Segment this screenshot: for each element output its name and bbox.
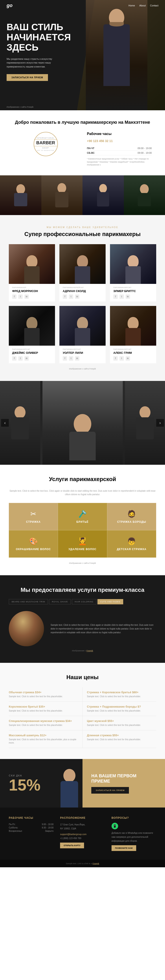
instagram-icon[interactable]: in [75,356,79,361]
instagram-icon[interactable]: in [126,294,130,299]
kids-icon: 👦 [112,537,152,546]
phone-number[interactable]: +90 123 456 32 11 [87,139,152,143]
premium-image-note: Изображение с Freepik [9,649,156,652]
footer-map-button[interactable]: ОТКРЫТЬ КАРТУ [60,843,84,848]
barber-photo-5 [60,306,105,346]
service-card-shave[interactable]: 🪒 Бритьё [58,503,107,530]
discount-cta-button[interactable]: ЗАПИСАТЬСЯ НА ПРИЕМ [91,787,129,794]
hero-cta-button[interactable]: ЗАПИСАТЬСЯ НА ПРИЕМ [6,74,48,81]
footer-hours-title: Рабочие часы [9,816,53,819]
barber-info-5: ПАРИКМАХЕРСАТ УОЛТЕР ЛИЛИ f t in [60,346,105,363]
tab-hair-coloring[interactable]: HAIR COLORING [72,599,96,605]
hero-title: ВАШ СТИЛЬ НАЧИНАЕТСЯ ЗДЕСЬ [6,22,82,53]
barber-social-2: f t in [63,294,102,299]
carousel-section: ‹ › [0,381,165,465]
premium-description: Sample text. Click to select the text bo… [50,623,156,634]
barber-card: ПАРИКМАХЕРСАТ ДЖЕЙМС ОЛИВЕР f t in [9,306,55,363]
tab-cuts-fades[interactable]: CUTS AND FADES [97,599,123,605]
footer-call-button[interactable]: ПОЗВОНИТЕ НАМ [112,845,136,851]
footer-hours-row-1: Пн-Пт: 9:00 - 18:00 [9,823,53,826]
nav-logo[interactable]: go [6,3,13,8]
hours-row: СБ-ВС 09:00 - 19:00 [87,151,152,155]
service-name-6: Детская стрижка [112,548,152,551]
footer-contact-text: Добавьте нас в WhatsApp или позвоните на… [112,831,156,843]
discount-percent: 15% [9,778,41,792]
premium-content: Sample text. Click to select the text bo… [9,611,156,646]
whatsapp-icon[interactable]: 📱 [112,823,118,829]
carousel-prev-button[interactable]: ‹ [1,419,9,426]
facebook-icon[interactable]: f [113,356,118,361]
hours-container: Рабочие часы +90 123 456 32 11 ПН-ЧТ 09:… [87,132,152,167]
discount-man-image [56,759,82,808]
footer-location: Расположение 17 Gran Cynt, Нью-Йорк, NY … [60,816,105,851]
prices-section: Наши цены Обычная стрижка $34+ Sample te… [0,663,165,759]
gallery-image-2 [41,175,83,215]
instagram-icon[interactable]: in [24,356,29,361]
footer-phone: +1 (800) 123 456 789 [60,837,105,840]
twitter-icon[interactable]: t [18,294,23,299]
tab-beard-mustache[interactable]: BEARD AND MUSTACHE TRIM [9,599,48,605]
instagram-icon[interactable]: in [24,294,29,299]
price-item-1: Обычная стрижка $34+ Sample text. Click … [9,687,82,702]
discount-left: СКИ ДКА 15% [0,759,82,808]
barber-info-4: ПАРИКМАХЕРСАТ ДЖЕЙМС ОЛИВЕР f t in [9,346,55,363]
barber-card: ПАРИКМАХЕРСАТ АЛЕКС ГРИМ f t in [110,306,156,363]
service-card-color[interactable]: 🎨 Окрашивание волос [9,530,58,558]
hours-title: Рабочие часы [87,132,152,136]
facebook-icon[interactable]: f [12,294,17,299]
nav-contact[interactable]: Contact [150,4,159,7]
carousel-inner [0,381,165,465]
facebook-icon[interactable]: f [113,294,118,299]
hours-note: * Ежемесячные предложения услуг * Гибкие… [87,158,152,167]
facebook-icon[interactable]: f [63,294,67,299]
discount-section: СКИ ДКА 15% НА ВАШЕМ ПЕРВОМ ПРИЕМЕ ЗАПИС… [0,759,165,808]
barber-photo-4 [9,306,55,346]
twitter-icon[interactable]: t [18,356,23,361]
barber-logo: INTERNATIONAL BARBER SHOP EST. BY MANHAT… [34,132,58,156]
barber-card: ПАРИКМАХЕРСАТ УОЛТЕР ЛИЛИ f t in [60,306,105,363]
price-name-1: Обычная стрижка $34+ [9,690,78,694]
instagram-icon[interactable]: in [126,356,130,361]
barber-silhouette [126,317,141,346]
premium-title: Мы предоставляем услуги премиум-класса [9,586,156,594]
nav-home[interactable]: Home [129,4,135,7]
service-card-removal[interactable]: 💆 Удаление волос [58,530,107,558]
hero-image-label: Изображение с сайта Freepik [6,106,33,108]
hours-table: ПН-ЧТ 09:00 - 19:00 СБ-ВС 09:00 - 19:00 [87,146,152,155]
tab-royal-shave[interactable]: ROYAL SHAVE [49,599,71,605]
nav-about[interactable]: About [139,4,146,7]
carousel-next-button[interactable]: › [156,419,164,426]
barber-silhouette [75,255,90,284]
color-icon: 🎨 [13,537,53,546]
razor-icon: 🪒 [63,510,102,518]
service-card-kids[interactable]: 👦 Детская стрижка [107,530,156,558]
footer-contact-title: Вопросы? [112,816,156,819]
barber-logo-container: INTERNATIONAL BARBER SHOP EST. BY MANHAT… [13,132,78,156]
footer-hours-table: Пн-Пт: 9:00 - 18:00 Суббота: 9:30 - 18:0… [9,823,53,833]
prices-grid: Обычная стрижка $34+ Sample text. Click … [9,687,156,748]
premium-avatar [9,611,44,646]
gallery-image-4 [124,175,165,215]
beard-icon: 🧔 [112,510,152,518]
twitter-icon[interactable]: t [69,356,73,361]
barbers-image-note: Изображение с сайта Freepik [9,368,156,370]
barber-info-3: ПАРИКМАХЕРСАТ ЭЛМЕР БРИТТС f t in [110,284,156,302]
logo-tagline: EST. BY MANHATTAN [37,150,54,151]
barber-card: ПАРИКМАХЕРСАТ ЭЛМЕР БРИТТС f t in [110,244,156,302]
service-card-beard[interactable]: 🧔 Стрижка бороды [107,503,156,530]
twitter-icon[interactable]: t [119,356,124,361]
barber-info-6: ПАРИКМАХЕРСАТ АЛЕКС ГРИМ f t in [110,346,156,363]
twitter-icon[interactable]: t [119,294,124,299]
price-name-8: Длинная стрижка $55+ [87,733,152,737]
barbers-section-label: МЫ МОЖЕМ СДЕЛАТЬ ВАШЕ УДИВИТЕЛЬНОЕ [9,226,156,229]
barber-social-3: f t in [113,294,153,299]
instagram-icon[interactable]: in [75,294,79,299]
service-card-haircut[interactable]: ✂ Стрижка [9,503,58,530]
gallery-image-1 [0,175,41,215]
premium-avatar-inner [9,611,44,646]
service-name-2: Бритьё [63,520,102,523]
twitter-icon[interactable]: t [69,294,73,299]
facebook-icon[interactable]: f [63,356,67,361]
facebook-icon[interactable]: f [12,356,17,361]
barber-photo-1 [9,244,55,284]
